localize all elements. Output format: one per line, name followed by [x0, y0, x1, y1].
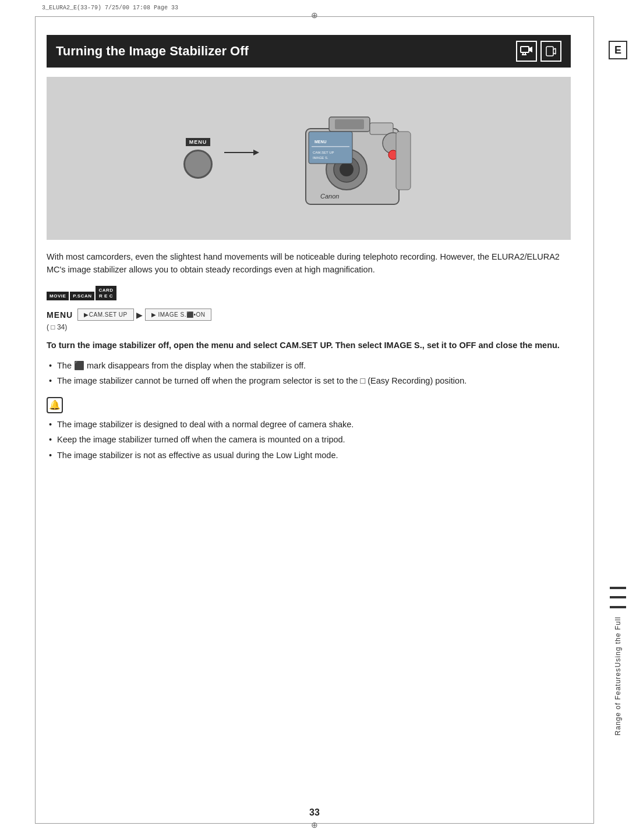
svg-text:IMAGE S.: IMAGE S. — [313, 156, 328, 160]
bullet-item-1: The ⬛ mark disappears from the display w… — [47, 359, 571, 372]
menu-step-1: ▶CAM.SET UP — [77, 309, 133, 321]
sidebar-line-1 — [610, 587, 626, 589]
sidebar-vertical-text-2: Range of Features — [614, 668, 622, 735]
header-text: 3_ELURA2_E(33-79) 7/25/00 17:08 Page 33 — [42, 5, 178, 11]
note-item-3: The image stabilizer is not as effective… — [47, 449, 571, 462]
sidebar-line-2 — [610, 596, 626, 598]
menu-word: MENU — [47, 310, 73, 320]
menu-diagram-row: MENU ▶CAM.SET UP ▶ ▶ IMAGE S.⬛•ON — [47, 309, 571, 321]
svg-text:Canon: Canon — [320, 193, 339, 200]
svg-rect-15 — [335, 119, 364, 129]
camera-image-area: MENU — [47, 77, 571, 240]
svg-point-13 — [340, 162, 354, 176]
menu-circle — [183, 150, 213, 179]
menu-step-2: ▶ IMAGE S.⬛•ON — [145, 309, 212, 321]
menu-arrow-1: ▶ — [136, 310, 143, 320]
note-list: The image stabilizer is designed to deal… — [47, 418, 571, 462]
menu-ref: ( □ 34) — [47, 323, 571, 331]
sidebar-lines — [610, 583, 626, 612]
camera-svg: Canon MENU CAM.SET UP IMAGE S. — [271, 94, 434, 222]
note-icon-row: 🔔 — [47, 397, 571, 413]
instruction-bold: To turn the image stabilizer off, open t… — [47, 339, 571, 352]
title-bar: Turning the Image Stabilizer Off — [47, 35, 571, 68]
body-paragraph: With most camcorders, even the slightest… — [47, 250, 571, 277]
mode-badge-pscan: P.SCAN — [70, 292, 94, 301]
note-item-1: The image stabilizer is designed to deal… — [47, 418, 571, 431]
bullet-list: The ⬛ mark disappears from the display w… — [47, 359, 571, 388]
right-sidebar: E Using the Full Range of Features — [607, 35, 629, 805]
svg-rect-16 — [370, 123, 393, 134]
sidebar-vertical-text-container: Using the Full Range of Features — [607, 583, 629, 735]
diagram-arrow-svg — [224, 144, 259, 161]
svg-rect-0 — [521, 47, 529, 52]
svg-text:MENU: MENU — [314, 140, 327, 144]
mode-badges: MOVIE P.SCAN CARDR E C — [47, 286, 571, 300]
main-content: Turning the Image Stabilizer Off — [47, 35, 571, 805]
svg-rect-23 — [312, 146, 349, 147]
page-border-left — [35, 16, 36, 824]
page-title: Turning the Image Stabilizer Off — [56, 44, 249, 59]
camera-diagram: MENU — [183, 94, 434, 224]
mode-badge-movie: MOVIE — [47, 292, 69, 301]
menu-button-diagram: MENU — [183, 138, 213, 179]
note-icon: 🔔 — [47, 397, 63, 413]
camera-icon — [540, 41, 561, 62]
note-item-2: Keep the image stabilizer turned off whe… — [47, 433, 571, 446]
svg-text:CAM.SET UP: CAM.SET UP — [313, 151, 334, 154]
diagram-arrow-container — [224, 144, 259, 161]
stabilizer-icon — [516, 41, 537, 62]
menu-label-box: MENU — [186, 138, 211, 146]
page-number: 33 — [309, 807, 320, 818]
svg-rect-20 — [396, 132, 411, 190]
sidebar-e-box: E — [609, 41, 627, 59]
svg-marker-9 — [253, 150, 259, 155]
crosshair-top-center: ⊕ — [311, 10, 318, 20]
page-border-right — [593, 16, 594, 824]
bullet-item-2: The image stabilizer cannot be turned of… — [47, 374, 571, 387]
title-icons — [516, 41, 561, 62]
mode-badge-cardrec: CARDR E C — [96, 286, 116, 300]
camera-body-diagram: Canon MENU CAM.SET UP IMAGE S. — [271, 94, 434, 224]
crosshair-bottom-center: ⊕ — [311, 820, 318, 830]
sidebar-vertical-text-1: Using the Full — [614, 616, 622, 667]
sidebar-line-3 — [610, 606, 626, 608]
